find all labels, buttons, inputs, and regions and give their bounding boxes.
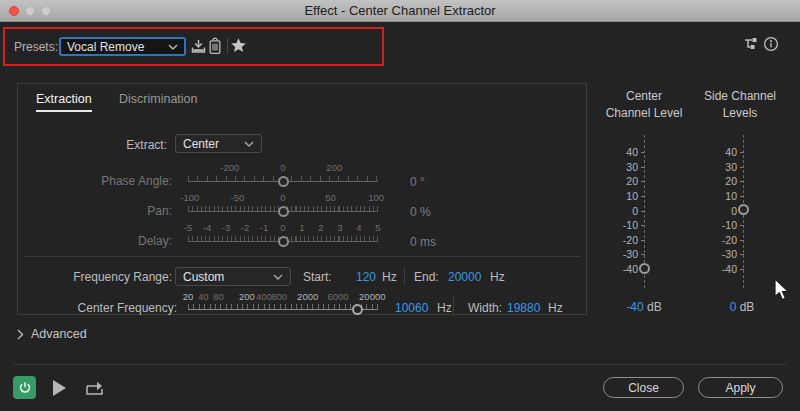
pan-handle[interactable] [278, 206, 289, 217]
width-unit: Hz [548, 301, 563, 315]
chevron-down-icon [244, 141, 254, 147]
tick-label: 40 [198, 291, 209, 302]
pan-label: Pan: [52, 204, 172, 218]
effect-power-toggle[interactable] [13, 376, 36, 399]
start-value[interactable]: 120 [356, 270, 376, 284]
end-label: End: [414, 270, 439, 284]
phase-angle-value: 0 ° [410, 175, 425, 189]
tick-label: 0 [280, 192, 285, 203]
frequency-range-value: Custom [183, 270, 224, 284]
tick-label: -100 [180, 192, 199, 203]
side-channel-levels-handle[interactable] [738, 204, 749, 215]
phase-angle-label: Phase Angle: [52, 174, 172, 188]
tick-label: 0 [280, 162, 285, 173]
tick-label: -200 [220, 162, 239, 173]
apply-button[interactable]: Apply [698, 377, 783, 398]
center-channel-scale: 4030 2010 0-10 -20-30 -40 [600, 147, 638, 274]
presets-label: Presets: [14, 40, 58, 54]
tick-label: 20 [183, 291, 194, 302]
frequency-range-label: Frequency Range: [52, 270, 172, 284]
tick-label: -1 [260, 222, 268, 233]
extract-label: Extract: [47, 138, 167, 152]
tick-label: 0 [280, 222, 285, 233]
tick-label: 400 [256, 291, 272, 302]
chevron-right-icon [17, 329, 24, 340]
delay-handle[interactable] [278, 236, 289, 247]
width-value[interactable]: 19880 [507, 301, 540, 315]
loop-playback-button[interactable] [84, 379, 106, 401]
presets-dropdown[interactable]: Vocal Remove [59, 37, 186, 56]
chevron-down-icon [273, 274, 283, 280]
tick-label: 2000 [297, 291, 318, 302]
minimize-window-button [25, 6, 35, 16]
tick-label: 50 [325, 192, 336, 203]
center-channel-level-title: CenterChannel Level [589, 88, 699, 122]
tab-extraction[interactable]: Extraction [36, 92, 92, 106]
side-channel-levels-value: 0 dB [710, 300, 774, 314]
delete-preset-icon[interactable] [207, 37, 223, 59]
tick-label: 80 [213, 291, 224, 302]
tick-label: -4 [203, 222, 211, 233]
width-label: Width: [468, 301, 502, 315]
traffic-lights [9, 6, 51, 16]
tick-label: -50 [231, 192, 245, 203]
presets-dropdown-value: Vocal Remove [67, 40, 144, 54]
close-window-button[interactable] [9, 6, 19, 16]
tick-label: -3 [222, 222, 230, 233]
tick-label: 5 [375, 222, 380, 233]
tick-label: 100 [368, 192, 384, 203]
pan-value: 0 % [410, 205, 431, 219]
effect-dialog-window: Effect - Center Channel Extractor Preset… [0, 0, 800, 411]
tick-label: 20000 [359, 291, 385, 302]
side-channel-levels-title: Side ChannelLevels [685, 88, 795, 122]
tick-label: 3 [337, 222, 342, 233]
chevron-down-icon [168, 44, 178, 50]
section-divider [24, 256, 580, 257]
tick-label: -2 [241, 222, 249, 233]
center-frequency-unit: Hz [437, 301, 452, 315]
titlebar[interactable]: Effect - Center Channel Extractor [0, 0, 800, 22]
tick-label: 6000 [328, 291, 349, 302]
zoom-window-button [41, 6, 51, 16]
power-icon [18, 381, 32, 395]
extract-dropdown-value: Center [183, 137, 219, 151]
tick-label: 200 [239, 291, 255, 302]
frequency-range-dropdown[interactable]: Custom [175, 267, 291, 286]
advanced-section-toggle[interactable]: Advanced [17, 327, 87, 341]
field-separator [404, 267, 405, 286]
tick-label: 4 [356, 222, 361, 233]
tab-discrimination[interactable]: Discrimination [119, 92, 198, 106]
toolbar-separator [227, 38, 228, 54]
mouse-cursor [774, 278, 791, 306]
center-frequency-label: Center Frequency: [57, 301, 177, 315]
phase-angle-handle[interactable] [278, 176, 289, 187]
tick-label: -5 [184, 222, 192, 233]
center-frequency-value[interactable]: 10060 [395, 301, 428, 315]
center-frequency-handle[interactable] [352, 304, 363, 315]
info-icon[interactable] [763, 36, 779, 56]
center-channel-level-value: -40 dB [612, 300, 676, 314]
tick-label: 200 [326, 162, 342, 173]
save-preset-icon[interactable] [190, 38, 207, 59]
start-unit: Hz [382, 270, 397, 284]
tick-label: 800 [271, 291, 287, 302]
advanced-label: Advanced [31, 327, 87, 341]
channel-routing-icon[interactable] [743, 36, 758, 55]
extract-dropdown[interactable]: Center [175, 134, 262, 153]
window-title: Effect - Center Channel Extractor [304, 3, 495, 18]
start-label: Start: [303, 270, 332, 284]
side-channel-scale: 4030 2010 0-10 -20-30 -40 [699, 147, 737, 274]
close-button[interactable]: Close [603, 377, 684, 398]
footer-divider [14, 364, 786, 365]
end-unit: Hz [490, 270, 505, 284]
play-button[interactable] [53, 380, 67, 400]
delay-label: Delay: [52, 234, 172, 248]
end-value[interactable]: 20000 [448, 270, 481, 284]
tick-label: 2 [318, 222, 323, 233]
field-separator [453, 297, 454, 316]
delay-value: 0 ms [410, 235, 436, 249]
tick-label: 1 [299, 222, 304, 233]
center-channel-level-handle[interactable] [639, 263, 650, 274]
favorite-star-icon[interactable] [230, 37, 247, 58]
